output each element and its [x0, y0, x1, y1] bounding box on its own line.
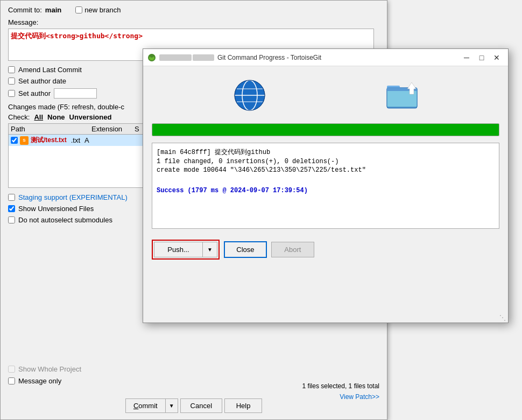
- blurred-path: [159, 54, 214, 61]
- close-dialog-button[interactable]: Close: [224, 241, 267, 258]
- dialog-body: [main 64c8fff] 提交代码到github 1 file change…: [143, 66, 508, 270]
- show-unversioned-label: Show Unversioned Files: [18, 205, 94, 213]
- branch-name: main: [45, 6, 61, 14]
- message-only-label: Message only: [18, 377, 61, 385]
- col-ext-header: Extension: [91, 125, 135, 133]
- check-all-link[interactable]: All: [34, 113, 43, 121]
- commit-button[interactable]: Commit: [125, 398, 165, 413]
- minimize-button[interactable]: ─: [460, 52, 474, 63]
- set-author-date-checkbox[interactable]: [8, 78, 15, 85]
- bottom-buttons: Commit ▼ Cancel Help: [1, 398, 387, 413]
- resize-handle[interactable]: ⋱: [499, 314, 506, 321]
- file-ext: .txt: [71, 136, 80, 144]
- push-button[interactable]: Push...: [154, 242, 202, 257]
- dialog-title-text: Git Command Progress - TortoiseGit: [217, 54, 321, 61]
- dialog-title-left: Git Command Progress - TortoiseGit: [147, 53, 321, 62]
- do-not-autoselect-label: Do not autoselect submodules: [18, 216, 112, 224]
- file-status: A: [84, 136, 89, 144]
- push-dropdown-arrow[interactable]: ▼: [202, 242, 217, 257]
- set-author-date-label: Set author date: [18, 77, 66, 85]
- tortoisegit-icon: [147, 53, 156, 62]
- check-unversioned-link[interactable]: Unversioned: [69, 113, 112, 121]
- set-author-input[interactable]: it: [54, 88, 97, 99]
- progress-bar-fill: [152, 124, 499, 136]
- output-line-3: create mode 100644 "\346\265\213\350\257…: [157, 166, 495, 174]
- globe-icon: [232, 78, 267, 113]
- file-type-icon: S: [20, 136, 29, 145]
- titlebar-buttons: ─ □ ✕: [460, 52, 504, 63]
- output-area: [main 64c8fff] 提交代码到github 1 file change…: [152, 143, 499, 229]
- dialog-buttons: Push... ▼ Close Abort: [152, 235, 499, 264]
- commit-to-label: Commit to:: [8, 6, 42, 14]
- staging-label: Staging support (EXPERIMENTAL): [18, 193, 128, 201]
- output-line-1: [main 64c8fff] 提交代码到github: [157, 148, 495, 157]
- file-name: 测试/test.txt: [31, 136, 67, 145]
- check-none-link[interactable]: None: [47, 113, 65, 121]
- set-author-checkbox[interactable]: [8, 90, 15, 97]
- new-branch-checkbox-row: new branch: [75, 6, 121, 14]
- show-whole-project-checkbox: [8, 366, 15, 373]
- folder-icon: [385, 78, 419, 113]
- set-author-label: Set author: [18, 89, 51, 97]
- help-button[interactable]: Help: [224, 398, 262, 413]
- do-not-autoselect-checkbox[interactable]: [8, 216, 15, 223]
- maximize-button[interactable]: □: [475, 52, 489, 63]
- output-line-2: 1 file changed, 0 insertions(+), 0 delet…: [157, 158, 495, 165]
- svg-point-2: [150, 54, 153, 58]
- col-path-header: Path: [11, 125, 91, 133]
- abort-button[interactable]: Abort: [271, 242, 314, 257]
- check-label: Check:: [8, 113, 30, 121]
- show-whole-project-label: Show Whole Project: [18, 365, 81, 373]
- amend-checkbox[interactable]: [8, 66, 15, 73]
- message-only-checkbox[interactable]: [8, 377, 15, 384]
- output-line-empty: [157, 178, 495, 186]
- new-branch-checkbox[interactable]: [75, 6, 82, 13]
- close-title-button[interactable]: ✕: [490, 52, 504, 63]
- cancel-button[interactable]: Cancel: [180, 398, 222, 413]
- progress-bar-container: [152, 123, 499, 136]
- new-branch-label: new branch: [84, 6, 121, 14]
- selected-info: 1 files selected, 1 files total: [302, 382, 379, 390]
- message-only-row: Message only: [8, 377, 61, 385]
- dialog-titlebar: Git Command Progress - TortoiseGit ─ □ ✕: [143, 49, 508, 66]
- success-line: Success (1797 ms @ 2024-09-07 17:39:54): [157, 187, 495, 194]
- push-button-container: Push... ▼: [152, 240, 220, 260]
- amend-label: Amend Last Commit: [18, 66, 82, 74]
- message-label: Message:: [8, 18, 379, 26]
- staging-checkbox[interactable]: [8, 194, 15, 201]
- progress-dialog: Git Command Progress - TortoiseGit ─ □ ✕: [143, 48, 509, 323]
- show-unversioned-checkbox[interactable]: [8, 205, 15, 212]
- commit-dropdown-arrow[interactable]: ▼: [165, 398, 178, 413]
- commit-split-button: Commit ▼: [125, 398, 178, 413]
- show-whole-project-row: Show Whole Project: [8, 365, 81, 373]
- file-checkbox[interactable]: [11, 137, 18, 144]
- icons-row: [152, 73, 499, 118]
